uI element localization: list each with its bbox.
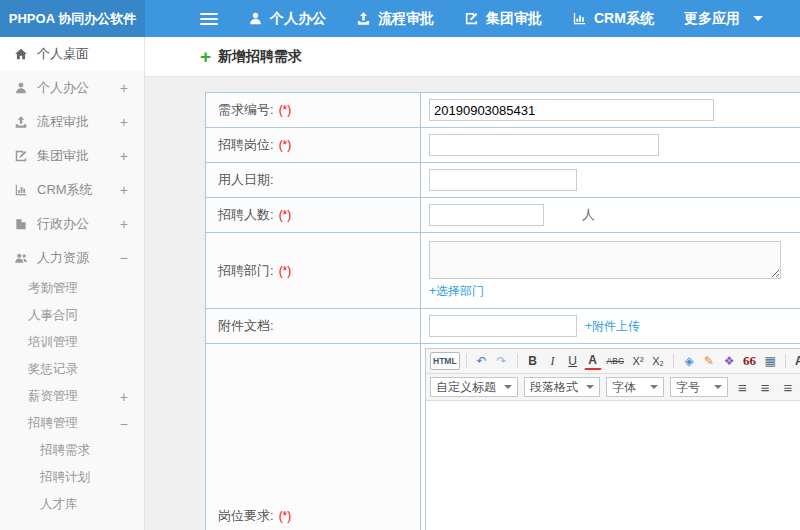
align-left-button[interactable]: ≡ xyxy=(734,379,751,396)
sidebar-item-personal-desktop[interactable]: 个人桌面 xyxy=(0,37,144,71)
attachment-input[interactable] xyxy=(429,315,577,337)
align-right-button[interactable]: ≡ xyxy=(780,379,797,396)
sidebar-item-label: 薪资管理 xyxy=(28,388,78,405)
font-color-button[interactable]: A xyxy=(584,352,602,370)
sidebar-item-recruit-demand[interactable]: 招聘需求 xyxy=(0,437,144,464)
eraser-button[interactable]: ◈ xyxy=(680,352,698,370)
sidebar-item-label: 奖惩记录 xyxy=(28,361,78,378)
sidebar-item-training-mgmt[interactable]: 培训管理 xyxy=(0,329,144,356)
redo-button[interactable]: ↷ xyxy=(493,352,511,370)
rich-text-editor: HTML↶↷BIUAABCX²X₂◈✎❖66▦A 自定义标题段落格式字体字号≡≡… xyxy=(425,348,800,530)
sidebar-item-recruit-mgmt[interactable]: 招聘管理− xyxy=(0,410,144,437)
nav-item-label: CRM系统 xyxy=(594,10,654,28)
font-options-button[interactable]: A xyxy=(792,352,800,370)
expand-toggle[interactable]: + xyxy=(120,114,128,130)
recruit-post-input[interactable] xyxy=(429,134,659,156)
add-icon: + xyxy=(200,47,211,66)
building-icon xyxy=(14,217,28,231)
font-family-select[interactable]: 字体 xyxy=(606,377,664,397)
caret-down-icon xyxy=(753,16,763,21)
italic-button[interactable]: I xyxy=(544,352,562,370)
form-row-headcount: 招聘人数: (*) 人 xyxy=(206,198,800,233)
sidebar-item-recruit-plan[interactable]: 招聘计划 xyxy=(0,464,144,491)
hire-date-input[interactable] xyxy=(429,169,577,191)
expand-toggle[interactable]: + xyxy=(120,182,128,198)
edit-icon xyxy=(14,149,28,163)
align-center-button[interactable]: ≡ xyxy=(757,379,774,396)
sidebar-item-label: 流程审批 xyxy=(37,113,89,131)
form-row-recruit-post: 招聘岗位: (*) xyxy=(206,128,800,163)
nav-item-group-approval[interactable]: 集团审批 xyxy=(464,10,542,28)
sidebar-item-hr-contract[interactable]: 人事合同 xyxy=(0,302,144,329)
chart-icon xyxy=(572,11,587,26)
superscript-button[interactable]: X² xyxy=(629,352,647,370)
highlight-button[interactable]: ❖ xyxy=(720,352,738,370)
format-brush-button[interactable]: ✎ xyxy=(700,352,718,370)
subscript-button[interactable]: X₂ xyxy=(649,352,667,370)
value-cell: 人 xyxy=(421,198,800,232)
editor-toolbar-row1: HTML↶↷BIUAABCX²X₂◈✎❖66▦A xyxy=(426,349,800,374)
caret-down-icon xyxy=(586,385,594,389)
underline-button[interactable]: U xyxy=(564,352,582,370)
sidebar-item-reward-punish[interactable]: 奖惩记录 xyxy=(0,356,144,383)
field-label: 招聘岗位: xyxy=(218,136,274,154)
paragraph-format-select[interactable]: 段落格式 xyxy=(524,377,600,397)
home-icon xyxy=(14,47,28,61)
sidebar-item-human-resources[interactable]: 人力资源− xyxy=(0,241,144,275)
expand-toggle[interactable]: + xyxy=(120,148,128,164)
flow-icon xyxy=(356,11,371,26)
recruit-dept-textarea[interactable] xyxy=(429,241,781,279)
nav-item-more-apps[interactable]: 更多应用 xyxy=(684,10,763,28)
sidebar-item-label: 人才库 xyxy=(40,496,78,513)
hamburger-icon xyxy=(200,18,218,20)
sidebar-item-attendance-mgmt[interactable]: 考勤管理 xyxy=(0,275,144,302)
sidebar-item-admin-office[interactable]: 行政办公+ xyxy=(0,207,144,241)
sidebar-item-label: 个人办公 xyxy=(37,79,89,97)
select-dept-link[interactable]: +选择部门 xyxy=(429,283,484,300)
toolbar-separator xyxy=(785,354,786,368)
nav-item-personal-office[interactable]: 个人办公 xyxy=(248,10,326,28)
field-label: 招聘部门: xyxy=(218,262,274,280)
font-size-select[interactable]: 字号 xyxy=(670,377,728,397)
strikethrough-button[interactable]: ABC xyxy=(604,352,627,370)
sidebar-item-personal-office[interactable]: 个人办公+ xyxy=(0,71,144,105)
attachment-upload-link[interactable]: +附件上传 xyxy=(585,318,640,335)
sidebar-item-label: 个人桌面 xyxy=(37,45,89,63)
expand-toggle[interactable]: − xyxy=(120,250,128,266)
field-label: 招聘人数: xyxy=(218,206,274,224)
sidebar-item-label: 培训管理 xyxy=(28,334,78,351)
label-cell: 附件文档: xyxy=(206,309,421,343)
editor-content-area[interactable] xyxy=(426,401,800,530)
expand-toggle[interactable]: + xyxy=(120,389,128,405)
sidebar-item-label: 人事合同 xyxy=(28,307,78,324)
sidebar-item-salary-mgmt[interactable]: 薪资管理+ xyxy=(0,383,144,410)
required-marker: (*) xyxy=(279,138,292,152)
sidebar-item-talent-pool[interactable]: 人才库 xyxy=(0,491,144,518)
nav-item-label: 流程审批 xyxy=(378,10,434,28)
nav-item-crm-system[interactable]: CRM系统 xyxy=(572,10,654,28)
field-label: 附件文档: xyxy=(218,317,274,335)
expand-toggle[interactable]: + xyxy=(120,80,128,96)
demand-no-input[interactable] xyxy=(429,99,714,121)
expand-toggle[interactable]: − xyxy=(120,416,128,432)
edit-icon xyxy=(464,11,479,26)
html-source-button[interactable]: HTML xyxy=(430,352,460,370)
form-row-post-require: 岗位要求: (*) HTML↶↷BIUAABCX²X₂◈✎❖66▦A 自定义标题… xyxy=(206,344,800,530)
main-content: + 新增招聘需求 需求编号: (*) 招聘岗位: (*) xyxy=(145,37,800,530)
nav-item-workflow-approval[interactable]: 流程审批 xyxy=(356,10,434,28)
label-cell: 需求编号: (*) xyxy=(206,93,421,127)
blockquote-button[interactable]: 66 xyxy=(740,352,759,370)
select-label: 字体 xyxy=(612,379,636,396)
page-header: + 新增招聘需求 xyxy=(145,37,800,77)
headcount-input[interactable] xyxy=(429,204,544,226)
user-icon xyxy=(248,11,263,26)
custom-title-select[interactable]: 自定义标题 xyxy=(430,377,518,397)
sidebar-item-crm-system[interactable]: CRM系统+ xyxy=(0,173,144,207)
insert-table-button[interactable]: ▦ xyxy=(761,352,779,370)
menu-toggle[interactable] xyxy=(200,13,218,25)
undo-button[interactable]: ↶ xyxy=(473,352,491,370)
sidebar-item-group-approval[interactable]: 集团审批+ xyxy=(0,139,144,173)
bold-button[interactable]: B xyxy=(524,352,542,370)
expand-toggle[interactable]: + xyxy=(120,216,128,232)
sidebar-item-workflow-approval[interactable]: 流程审批+ xyxy=(0,105,144,139)
